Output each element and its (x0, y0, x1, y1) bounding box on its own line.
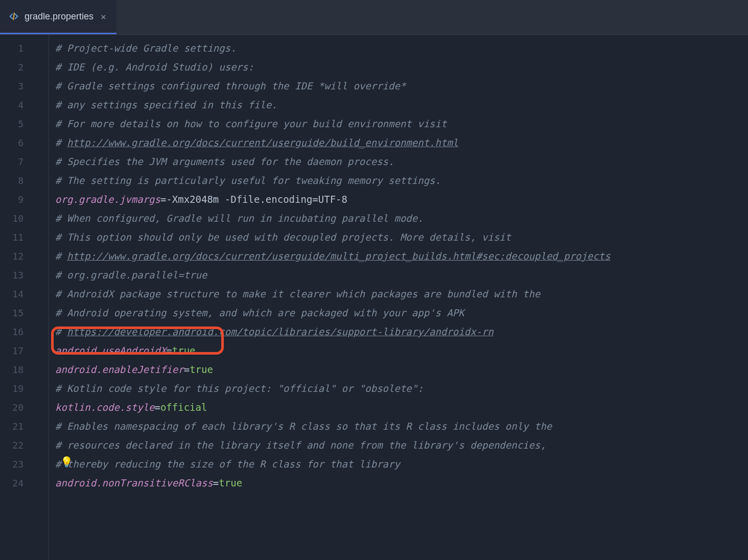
line-number: 11 (0, 228, 31, 247)
code-token: # (55, 137, 67, 148)
code-token: # When configured, Gradle will run in in… (55, 213, 424, 224)
code-line[interactable]: # When configured, Gradle will run in in… (55, 209, 748, 228)
line-number: 15 (0, 304, 31, 322)
code-token: = (154, 402, 160, 413)
code-line[interactable]: # Android operating system, and which ar… (55, 304, 748, 322)
property-value: true (219, 477, 242, 488)
editor[interactable]: 123456789101112131415161718192021222324 … (0, 35, 748, 560)
line-number: 23 (0, 455, 31, 474)
code-token: # org.gradle.parallel=true (55, 269, 207, 281)
code-token: = (213, 477, 219, 488)
tab-label: gradle.properties (25, 11, 94, 22)
property-value: true (190, 364, 213, 375)
close-icon[interactable]: × (99, 11, 108, 22)
code-line[interactable]: # AndroidX package structure to make it … (55, 285, 748, 304)
code-line[interactable]: # The setting is particularly useful for… (55, 171, 748, 190)
code-line[interactable]: # thereby reducing the size of the R cla… (55, 455, 748, 474)
code-token: = (160, 194, 166, 205)
code-token: # Kotlin code style for this project: "o… (55, 383, 424, 394)
code-token: # any settings specified in this file. (55, 99, 277, 110)
code-token: = (184, 364, 190, 375)
code-token: # AndroidX package structure to make it … (55, 288, 540, 299)
code-line[interactable]: android.nonTransitiveRClass=true (55, 474, 748, 493)
code-line[interactable]: # https://developer.android.com/topic/li… (55, 322, 748, 341)
line-number: 12 (0, 247, 31, 266)
code-token: # Specifies the JVM arguments used for t… (55, 156, 394, 167)
code-token: # Enables namespacing of each library's … (55, 421, 552, 432)
line-number: 10 (0, 209, 31, 228)
line-number: 24 (0, 474, 31, 493)
code-token: # Project-wide Gradle settings. (55, 42, 237, 54)
code-line[interactable]: # Gradle settings configured through the… (55, 77, 748, 96)
code-line[interactable]: # For more details on how to configure y… (55, 114, 748, 133)
line-number: 3 (0, 77, 31, 96)
property-key: kotlin.code.style (55, 402, 154, 413)
line-number: 22 (0, 436, 31, 455)
comment-link: http://www.gradle.org/docs/current/userg… (67, 137, 458, 148)
line-number: 5 (0, 114, 31, 133)
line-number: 20 (0, 398, 31, 417)
line-number: 17 (0, 341, 31, 360)
code-token: # resources declared in the library itse… (55, 439, 546, 451)
property-value: official (160, 402, 207, 413)
code-token: # IDE (e.g. Android Studio) users: (55, 61, 254, 73)
code-token: # (55, 326, 67, 337)
code-line[interactable]: # http://www.gradle.org/docs/current/use… (55, 247, 748, 266)
line-number: 7 (0, 152, 31, 171)
line-number: 9 (0, 190, 31, 209)
code-token: # This option should only be used with d… (55, 231, 511, 243)
line-number: 2 (0, 58, 31, 77)
code-line[interactable]: # org.gradle.parallel=true (55, 266, 748, 285)
code-line[interactable]: org.gradle.jvmargs=-Xmx2048m -Dfile.enco… (55, 190, 748, 209)
line-number-gutter: 123456789101112131415161718192021222324 (0, 35, 31, 560)
code-line[interactable]: # Kotlin code style for this project: "o… (55, 379, 748, 398)
code-line[interactable]: # Project-wide Gradle settings. (55, 39, 748, 58)
code-line[interactable]: # IDE (e.g. Android Studio) users: (55, 58, 748, 77)
code-line[interactable]: android.useAndroidX=true (55, 341, 748, 360)
property-key: android.nonTransitiveRClass (55, 477, 213, 488)
code-line[interactable]: # Enables namespacing of each library's … (55, 417, 748, 436)
code-line[interactable]: # Specifies the JVM arguments used for t… (55, 152, 748, 171)
property-key: android.enableJetifier (55, 364, 184, 375)
line-number: 8 (0, 171, 31, 190)
code-icon (8, 11, 19, 22)
line-number: 13 (0, 266, 31, 285)
fold-column (31, 35, 49, 560)
code-line[interactable]: android.enableJetifier=true (55, 360, 748, 379)
code-area[interactable]: # Project-wide Gradle settings.# IDE (e.… (49, 35, 748, 560)
code-line[interactable]: # This option should only be used with d… (55, 228, 748, 247)
code-line[interactable]: kotlin.code.style=official (55, 398, 748, 417)
code-token: # Android operating system, and which ar… (55, 307, 464, 318)
code-line[interactable]: # resources declared in the library itse… (55, 436, 748, 455)
property-value: true (172, 345, 196, 356)
line-number: 6 (0, 133, 31, 152)
code-line[interactable]: # http://www.gradle.org/docs/current/use… (55, 133, 748, 152)
line-number: 18 (0, 360, 31, 379)
comment-link: https://developer.android.com/topic/libr… (67, 326, 494, 337)
comment-link: http://www.gradle.org/docs/current/userg… (67, 250, 611, 262)
line-number: 21 (0, 417, 31, 436)
code-token: # thereby reducing the size of the R cla… (55, 458, 400, 470)
code-token: = (166, 345, 172, 356)
tab-gradle-properties[interactable]: gradle.properties × (0, 0, 116, 34)
code-token: # The setting is particularly useful for… (55, 175, 441, 186)
line-number: 16 (0, 322, 31, 341)
code-token: # For more details on how to configure y… (55, 118, 447, 129)
line-number: 1 (0, 39, 31, 58)
line-number: 14 (0, 285, 31, 304)
code-line[interactable]: # any settings specified in this file. (55, 96, 748, 114)
code-token: -Xmx2048m -Dfile.encoding=UTF-8 (166, 194, 347, 205)
code-token: # Gradle settings configured through the… (55, 80, 406, 91)
tab-bar: gradle.properties × (0, 0, 748, 35)
line-number: 4 (0, 96, 31, 114)
property-key: android.useAndroidX (55, 345, 166, 356)
line-number: 19 (0, 379, 31, 398)
property-key: org.gradle.jvmargs (55, 194, 160, 205)
code-token: # (55, 250, 67, 262)
